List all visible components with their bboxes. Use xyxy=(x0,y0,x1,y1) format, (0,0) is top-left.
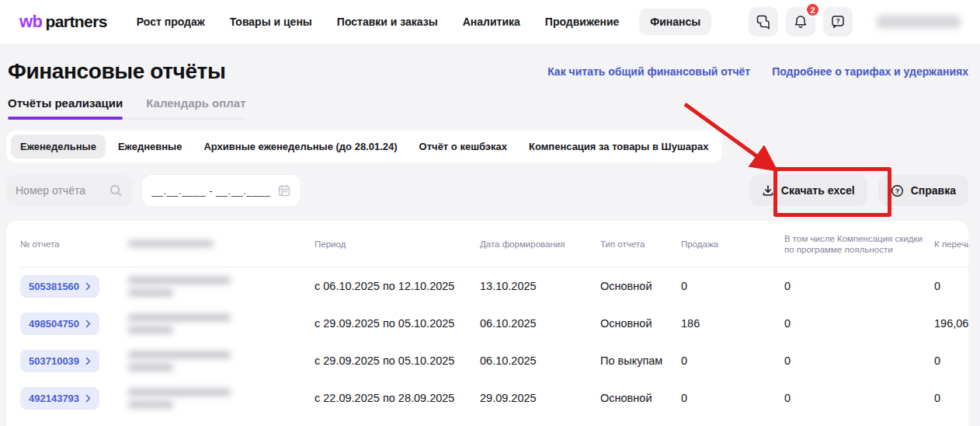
search-icon xyxy=(109,183,123,197)
report-id-link[interactable]: 505381560 xyxy=(20,275,99,298)
sales-cell: 0 xyxy=(681,392,784,404)
payout-cell: 0 xyxy=(934,354,968,367)
date-range-picker xyxy=(142,175,301,206)
reports-table: № отчета Период Дата формирования Тип от… xyxy=(6,221,968,426)
period-cell: с 29.09.2025 по 05.10.2025 xyxy=(315,317,480,330)
loyalty-cell: 0 xyxy=(784,317,934,330)
date-range-input[interactable] xyxy=(151,185,271,197)
nav-item-analytics[interactable]: Аналитика xyxy=(463,16,520,28)
sales-cell: 0 xyxy=(681,354,784,367)
date-cell: 29.09.2025 xyxy=(480,392,600,404)
download-excel-label: Скачать excel xyxy=(781,184,855,197)
question-circle-icon: ? xyxy=(891,184,904,197)
chevron-right-icon xyxy=(85,357,91,365)
account-name-blurred xyxy=(877,16,961,28)
svg-text:?: ? xyxy=(836,17,839,25)
payout-cell: 0 xyxy=(934,392,968,404)
report-id: 498504750 xyxy=(29,318,79,330)
bell-icon xyxy=(793,14,808,30)
table-header-row: № отчета Период Дата формирования Тип от… xyxy=(20,221,968,267)
filter-cashback-report[interactable]: Отчёт о кешбэках xyxy=(410,134,516,159)
report-id: 505381560 xyxy=(29,281,79,292)
question-bubble-icon: ? xyxy=(830,14,846,30)
link-how-to-read-report[interactable]: Как читать общий финансовый отчёт xyxy=(547,65,750,78)
link-tariffs-deductions[interactable]: Подробнее о тарифах и удержаниях xyxy=(772,65,968,78)
supplier-blurred xyxy=(128,351,315,371)
logo-wb-text: wb xyxy=(19,12,43,32)
type-cell: По выкупам xyxy=(600,354,681,367)
column-report-number: № отчета xyxy=(20,239,128,250)
chat-button[interactable] xyxy=(749,7,778,37)
nav-item-supplies-orders[interactable]: Поставки и заказы xyxy=(337,16,438,28)
report-id: 503710039 xyxy=(29,355,79,367)
payout-cell: 196,06 xyxy=(934,317,968,330)
search-input[interactable] xyxy=(16,184,103,197)
sales-cell: 0 xyxy=(681,280,784,292)
loyalty-cell: 0 xyxy=(784,354,934,367)
filter-daily[interactable]: Ежедневные xyxy=(109,134,191,159)
period-cell: с 22.09.2025 по 28.09.2025 xyxy=(315,392,480,404)
type-cell: Основной xyxy=(600,392,681,404)
nav-item-finance[interactable]: Финансы xyxy=(639,9,711,35)
tab-payment-calendar[interactable]: Календарь оплат xyxy=(146,96,245,120)
nav-item-promotion[interactable]: Продвижение xyxy=(545,16,619,28)
tab-realization-reports[interactable]: Отчёты реализации xyxy=(8,96,123,120)
period-cell: с 06.10.2025 по 12.10.2025 xyxy=(315,280,480,292)
table-row: 492143793 с 22.09.2025 по 28.09.2025 29.… xyxy=(20,379,968,417)
report-id-link[interactable]: 503710039 xyxy=(20,350,99,372)
wb-partners-logo[interactable]: wb partners xyxy=(19,12,107,32)
chat-icon xyxy=(756,14,771,30)
type-cell: Основной xyxy=(600,317,681,330)
column-sales: Продажа xyxy=(681,239,784,250)
supplier-blurred xyxy=(128,314,315,333)
supplier-blurred xyxy=(128,389,315,408)
help-label: Справка xyxy=(911,184,956,197)
filter-shushary-compensation[interactable]: Компенсация за товары в Шушарах xyxy=(520,134,718,159)
column-created-date: Дата формирования xyxy=(480,239,600,250)
report-type-filter-bar: Еженедельные Ежедневные Архивные еженеде… xyxy=(6,131,722,162)
table-row: 498504750 с 29.09.2025 по 05.10.2025 06.… xyxy=(20,305,968,342)
table-row: 505381560 с 06.10.2025 по 12.10.2025 13.… xyxy=(20,267,968,305)
report-id: 492143793 xyxy=(29,393,79,404)
blurred-column-title xyxy=(128,240,214,247)
period-cell: с 29.09.2025 по 05.10.2025 xyxy=(315,354,480,367)
date-cell: 06.10.2025 xyxy=(480,317,600,330)
loyalty-cell: 0 xyxy=(784,280,934,292)
calendar-icon xyxy=(277,183,291,197)
chevron-right-icon xyxy=(85,282,91,291)
type-cell: Основной xyxy=(600,280,681,292)
help-button[interactable]: ? Справка xyxy=(878,175,968,206)
report-id-link[interactable]: 498504750 xyxy=(20,313,99,335)
chevron-right-icon xyxy=(85,320,91,328)
column-report-type: Тип отчета xyxy=(600,239,681,250)
payout-cell: 0 xyxy=(934,280,968,292)
topbar-actions: 2 ? xyxy=(749,7,968,37)
nav-item-goods-prices[interactable]: Товары и цены xyxy=(230,16,312,28)
column-period: Период xyxy=(315,239,480,250)
toolbar: Скачать excel ? Справка xyxy=(6,175,968,206)
account-chip[interactable] xyxy=(870,9,968,35)
notifications-button[interactable]: 2 xyxy=(786,7,815,37)
filter-weekly[interactable]: Еженедельные xyxy=(11,134,106,159)
svg-text:?: ? xyxy=(895,187,899,194)
notification-badge: 2 xyxy=(805,2,820,17)
table-row: 503710039 с 29.09.2025 по 05.10.2025 06.… xyxy=(20,342,968,379)
page-header: Финансовые отчёты Как читать общий финан… xyxy=(6,59,968,84)
date-cell: 13.10.2025 xyxy=(480,280,600,292)
page-title: Финансовые отчёты xyxy=(8,59,225,84)
column-supplier-blurred xyxy=(128,240,315,247)
report-id-link[interactable]: 492143793 xyxy=(20,387,99,410)
page-content: Финансовые отчёты Как читать общий финан… xyxy=(0,59,980,426)
column-payout: К перечи xyxy=(934,239,968,250)
loyalty-cell: 0 xyxy=(784,392,934,404)
download-excel-button[interactable]: Скачать excel xyxy=(749,175,867,206)
logo-partners-text: partners xyxy=(46,12,107,31)
nav-item-sales-growth[interactable]: Рост продаж xyxy=(137,16,205,28)
filter-archive-weekly[interactable]: Архивные еженедельные (до 28.01.24) xyxy=(194,134,406,159)
supplier-blurred xyxy=(128,277,315,296)
header-links: Как читать общий финансовый отчёт Подроб… xyxy=(547,65,968,78)
sales-cell: 186 xyxy=(681,317,784,330)
column-loyalty-compensation: В том числе Компенсация скидки по програ… xyxy=(784,233,934,255)
feedback-button[interactable]: ? xyxy=(823,7,853,37)
report-number-search xyxy=(6,175,132,206)
